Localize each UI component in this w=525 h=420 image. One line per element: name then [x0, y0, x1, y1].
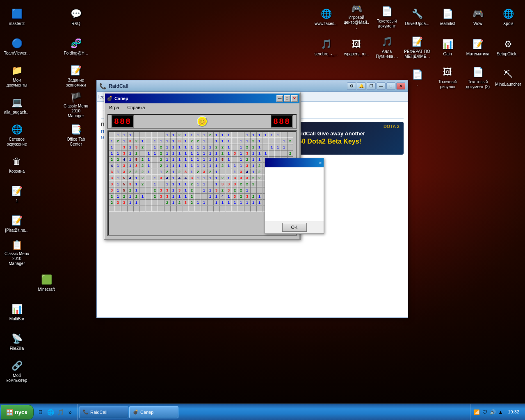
ms-cell[interactable]: 1 [207, 144, 213, 150]
ms-cell[interactable]: 2 [139, 162, 146, 169]
ms-cell[interactable]: 1 [238, 150, 244, 156]
ms-cell[interactable]: 1 [244, 199, 250, 205]
ms-cell[interactable]: 2 [189, 199, 195, 205]
ms-cell[interactable]: 1 [275, 132, 281, 138]
ms-cell[interactable]: 1 [127, 193, 133, 199]
ms-cell[interactable]: 3 [213, 187, 219, 193]
ms-cell[interactable]: 1 [262, 132, 269, 138]
ms-cell[interactable]: 1 [146, 162, 152, 169]
ms-cell[interactable]: 2 [139, 175, 146, 181]
taskbar-show-desktop[interactable]: 🖥 [36, 408, 45, 417]
ms-cell[interactable]: 1 [109, 150, 115, 156]
ms-cell[interactable]: 2 [158, 156, 164, 162]
ms-cell[interactable]: 2 [189, 187, 195, 193]
ms-cell[interactable]: 1 [250, 169, 256, 175]
ms-cell[interactable] [207, 181, 213, 187]
ms-cell[interactable]: 1 [189, 169, 195, 175]
ms-cell[interactable]: 1 [269, 132, 275, 138]
ms-cell[interactable]: 1 [115, 132, 121, 138]
ms-cell[interactable] [158, 181, 164, 187]
ms-cell[interactable]: 1 [164, 138, 170, 144]
ms-cell[interactable]: 1 [115, 181, 121, 187]
ms-cell[interactable]: 1 [226, 193, 232, 199]
ms-cell[interactable]: 1 [207, 156, 213, 162]
desktop-icon-serebro[interactable]: 🎵 serebro_-_... [311, 32, 341, 62]
ms-cell[interactable]: 1 [170, 138, 176, 144]
small-dialog-ok-button[interactable]: OK [282, 223, 307, 232]
ms-cell[interactable]: 1 [183, 193, 189, 199]
ms-cell[interactable]: 3 [115, 199, 121, 205]
ms-cell[interactable]: 2 [109, 156, 115, 162]
ms-cell[interactable]: 1 [176, 156, 183, 162]
ms-cell[interactable]: 1 [256, 138, 262, 144]
ms-cell[interactable]: 3 [109, 169, 115, 175]
ms-cell[interactable]: 1 [152, 181, 158, 187]
ms-cell[interactable]: 1 [133, 199, 139, 205]
desktop-icon-wow[interactable]: 🎮 Wow [463, 2, 493, 32]
ms-cell[interactable]: 1 [146, 169, 152, 175]
ms-cell[interactable] [232, 205, 238, 212]
ms-cell[interactable]: 3 [183, 169, 189, 175]
ms-cell[interactable]: 1 [158, 138, 164, 144]
ms-cell[interactable] [146, 181, 152, 187]
ms-cell[interactable]: 2 [256, 169, 262, 175]
ms-cell[interactable]: 2 [127, 187, 133, 193]
ms-cell[interactable]: 1 [201, 175, 207, 181]
ms-cell[interactable] [238, 205, 244, 212]
ms-cell[interactable]: 1 [164, 162, 170, 169]
ms-cell[interactable] [250, 187, 256, 193]
ms-cell[interactable]: 1 [121, 138, 127, 144]
ms-cell[interactable]: 4 [109, 162, 115, 169]
ms-cell[interactable]: 3 [109, 181, 115, 187]
ms-cell[interactable]: 1 [226, 138, 232, 144]
ms-cell[interactable]: 1 [256, 156, 262, 162]
ms-cell[interactable] [232, 132, 238, 138]
ms-cell[interactable]: 3 [232, 175, 238, 181]
ms-cell[interactable]: 3 [244, 150, 250, 156]
ms-cell[interactable]: 1 [256, 193, 262, 199]
ms-cell[interactable]: 1 [183, 150, 189, 156]
ms-cell[interactable]: 1 [164, 144, 170, 150]
ms-cell[interactable]: 1 [226, 199, 232, 205]
ms-cell[interactable]: 2 [219, 187, 226, 193]
ms-cell[interactable]: 1 [183, 144, 189, 150]
ms-cell[interactable]: 2 [176, 132, 183, 138]
ms-cell[interactable]: 3 [244, 175, 250, 181]
ms-cell[interactable] [176, 205, 183, 212]
ms-cell[interactable] [213, 205, 219, 212]
desktop-icon-multibar[interactable]: 📊 MultiBar [2, 297, 32, 327]
ms-cell[interactable]: 3 [238, 169, 244, 175]
ms-cell[interactable]: 1 [115, 193, 121, 199]
ms-cell[interactable]: 1 [207, 187, 213, 193]
ms-cell[interactable]: 1 [232, 199, 238, 205]
ms-cell[interactable]: 1 [195, 156, 201, 162]
ms-cell[interactable]: 2 [250, 138, 256, 144]
ms-cell[interactable]: 1 [189, 132, 195, 138]
ms-cell[interactable]: 5 [121, 175, 127, 181]
ms-cell[interactable] [287, 132, 293, 138]
minesweeper-menu-game[interactable]: Игра [107, 104, 121, 111]
ms-cell[interactable] [201, 205, 207, 212]
ms-cell[interactable] [146, 187, 152, 193]
start-button[interactable]: 🪟 пуск [1, 405, 34, 420]
ms-cell[interactable] [281, 132, 287, 138]
ms-cell[interactable]: 1 [256, 144, 262, 150]
ms-cell[interactable]: 2 [232, 187, 238, 193]
ms-cell[interactable] [146, 175, 152, 181]
ms-cell[interactable] [133, 132, 139, 138]
ms-cell[interactable]: 1 [195, 144, 201, 150]
ms-cell[interactable]: 1 [213, 138, 219, 144]
ms-cell[interactable]: 3 [133, 162, 139, 169]
ms-cell[interactable]: 1 [152, 175, 158, 181]
ms-cell[interactable]: 1 [195, 162, 201, 169]
ms-cell[interactable]: 1 [201, 162, 207, 169]
minesweeper-close-button[interactable]: ✕ [291, 95, 298, 102]
ms-cell[interactable]: 2 [244, 156, 250, 162]
ms-cell[interactable]: 1 [226, 144, 232, 150]
ms-cell[interactable]: 1 [115, 169, 121, 175]
ms-cell[interactable]: 3 [158, 175, 164, 181]
ms-cell[interactable]: 1 [176, 150, 183, 156]
ms-cell[interactable] [146, 138, 152, 144]
desktop-icon-textdoc[interactable]: 📄 Текстовый документ [372, 2, 402, 32]
taskbar-media-icon[interactable]: 🎵 [56, 408, 65, 417]
